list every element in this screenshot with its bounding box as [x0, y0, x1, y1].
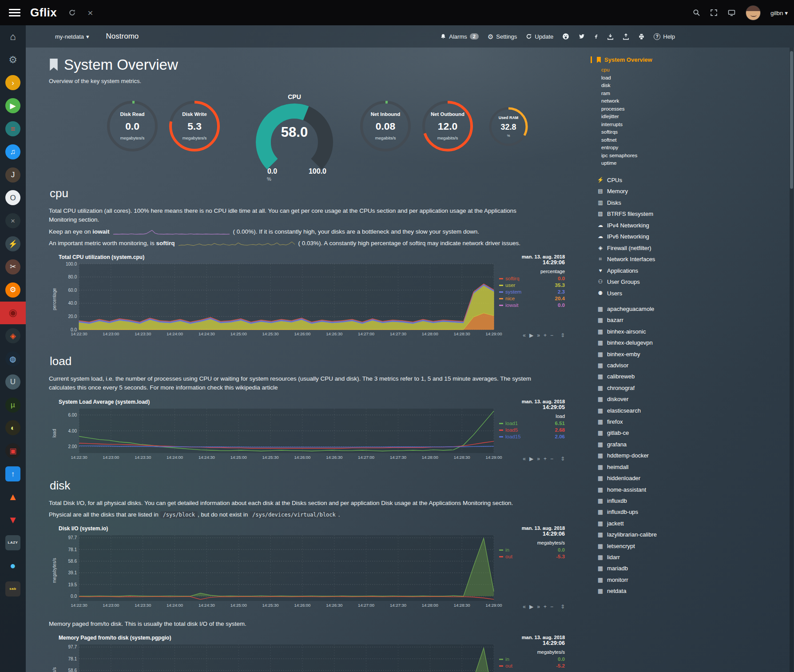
update-button[interactable]: Update [526, 33, 553, 40]
pan-left-icon[interactable]: « [523, 332, 526, 338]
menu-app-apacheguacamole[interactable]: ▦apacheguacamole [596, 303, 706, 314]
server-dropdown[interactable]: my-netdata▾ [55, 33, 89, 40]
menu-app-mariadb[interactable]: ▦mariadb [596, 563, 706, 574]
sidebar-app-unmanic[interactable]: U [0, 370, 26, 394]
menu-item-cpu[interactable]: cpu [601, 66, 706, 74]
legend-item-user[interactable]: user35.3 [499, 282, 565, 289]
sidebar-app-plex[interactable]: › [0, 72, 26, 95]
chart-resize-handle[interactable]: ⇕ [560, 332, 565, 338]
chart-resize-handle[interactable]: ⇕ [560, 604, 565, 610]
play-icon[interactable]: ▶ [529, 456, 533, 462]
menu-item-interrupts[interactable]: interrupts [601, 121, 706, 129]
sidebar-app-chronograf[interactable]: ⚙ [0, 278, 26, 302]
sidebar-app-utorrent[interactable]: µ [0, 394, 26, 417]
sidebar-app-calibre-web[interactable]: ≡ [0, 117, 26, 140]
chart-resize-handle[interactable]: ⇕ [560, 456, 565, 462]
zoom-out-icon[interactable]: − [550, 604, 553, 610]
menu-section-disks[interactable]: ▥Disks [596, 197, 706, 209]
scrollbar-thumb[interactable] [790, 51, 793, 189]
disk-read-gauge[interactable]: Disk Read0.0megabytes/s [106, 99, 159, 155]
chart-plot-area[interactable]: Memory Paged from/to disk (system.pgpgio… [59, 635, 497, 672]
menu-app-letsencrypt[interactable]: ▦letsencrypt [596, 541, 706, 552]
menu-item-load[interactable]: load [601, 74, 706, 82]
user-avatar[interactable] [746, 5, 761, 20]
pan-right-icon[interactable]: » [537, 332, 540, 338]
sidebar-app-ombi[interactable]: O [0, 187, 26, 210]
menu-app-heimdall[interactable]: ▦heimdall [596, 461, 706, 473]
zoom-out-icon[interactable]: − [550, 332, 553, 338]
sidebar-app-deluge[interactable]: ◍ [0, 347, 26, 370]
sidebar-app-sabnzbd[interactable]: sab [0, 577, 26, 600]
cpu-utilization-chart[interactable]: percentageTotal CPU utilization (system.… [49, 254, 566, 339]
menu-app-influxdb[interactable]: ▦influxdb [596, 495, 706, 506]
menu-app-firefox[interactable]: ▦firefox [596, 416, 706, 427]
github-button[interactable] [562, 33, 569, 40]
sidebar-app-monitorr[interactable]: ▣ [0, 439, 26, 462]
sidebar-app-emby[interactable]: ▶ [0, 94, 26, 117]
memory-paged-chart[interactable]: megabytes/sMemory Paged from/to disk (sy… [49, 635, 566, 672]
menu-app-binhex-delugevpn[interactable]: ▦binhex-delugevpn [596, 337, 706, 348]
legend-item-nice[interactable]: nice20.4 [499, 295, 565, 302]
menu-app-influxdb-ups[interactable]: ▦influxdb-ups [596, 506, 706, 517]
cpu-gauge[interactable]: CPU58.00.0100.0% [248, 93, 341, 184]
sidebar-app-grafana[interactable]: ◈ [0, 324, 26, 347]
pan-left-icon[interactable]: « [523, 456, 526, 462]
sidebar-app-tautulli[interactable]: ◐ [0, 417, 26, 440]
user-menu[interactable]: gilbn ▾ [770, 9, 788, 16]
legend-item-in[interactable]: in0.0 [499, 656, 565, 663]
menu-item-softirqs[interactable]: softirqs [601, 128, 706, 136]
search-icon[interactable] [693, 9, 700, 16]
menu-app-binhex-emby[interactable]: ▦binhex-emby [596, 349, 706, 360]
close-icon[interactable]: × [87, 8, 93, 17]
legend-item-iowait[interactable]: iowait0.0 [499, 302, 565, 309]
menu-app-netdata[interactable]: ▦netdata [596, 585, 706, 596]
legend-item-softirq[interactable]: softirq0.0 [499, 275, 565, 282]
chart-plot-area[interactable]: Total CPU utilization (system.cpu)100.08… [59, 254, 497, 339]
sidebar-app-guacamole[interactable]: × [0, 209, 26, 232]
menu-app-hddtemp-docker[interactable]: ▦hddtemp-docker [596, 450, 706, 461]
menu-item-entropy[interactable]: entropy [601, 144, 706, 152]
menu-section-btrfs-filesystem[interactable]: ▨BTRFS filesystem [596, 208, 706, 220]
legend-item-in[interactable]: in0.0 [499, 547, 565, 553]
menu-section-memory[interactable]: ▤Memory [596, 186, 706, 197]
menu-app-bazarr[interactable]: ▦bazarr [596, 314, 706, 326]
pan-right-icon[interactable]: » [537, 456, 540, 462]
help-button[interactable]: ? Help [654, 33, 675, 40]
iowait-sparkline[interactable] [113, 229, 230, 235]
sidebar-app-gitlab[interactable]: ▲ [0, 485, 26, 509]
twitter-button[interactable] [578, 33, 585, 40]
play-icon[interactable]: ▶ [529, 604, 533, 610]
menu-section-ipv6-networking[interactable]: ☁IPv6 Networking [596, 231, 706, 243]
menu-item-softnet[interactable]: softnet [601, 136, 706, 144]
softirq-sparkline[interactable] [179, 240, 295, 247]
zoom-in-icon[interactable]: + [544, 604, 547, 610]
pan-right-icon[interactable]: » [537, 604, 540, 610]
menu-section-firewall-netfilter-[interactable]: ◈Firewall (netfilter) [596, 243, 706, 254]
legend-item-load5[interactable]: load52.68 [499, 427, 565, 433]
menu-section-ipv4-networking[interactable]: ☁IPv4 Networking [596, 220, 706, 231]
sidebar-app-cadvisor[interactable]: ⚡ [0, 232, 26, 255]
sidebar-app-netdata[interactable]: ◉ [0, 302, 26, 325]
menu-app-jackett[interactable]: ▦jackett [596, 518, 706, 529]
menu-app-hiddenloader[interactable]: ▦hiddenloader [596, 473, 706, 484]
sidebar-app-settings[interactable]: ⚙ [0, 48, 26, 72]
menu-app-calibreweb[interactable]: ▦calibreweb [596, 371, 706, 382]
legend-item-out[interactable]: out-5.2 [499, 663, 565, 669]
menu-item-disk[interactable]: disk [601, 82, 706, 90]
sidebar-app-airsonic[interactable]: ♫ [0, 140, 26, 163]
menu-section-applications[interactable]: ♥Applications [596, 265, 706, 277]
menu-section-network-interfaces[interactable]: ⌗Network Interfaces [596, 254, 706, 265]
menu-section-cpus[interactable]: ⚡CPUs [596, 175, 706, 186]
chart-plot-area[interactable]: Disk I/O (system.io)97.778.158.639.119.5… [59, 525, 497, 611]
menu-section-users[interactable]: ⚉Users [596, 288, 706, 299]
sidebar-app-lazylibrarian[interactable]: LAZY [0, 532, 26, 555]
menu-item-processes[interactable]: processes [601, 105, 706, 113]
used-ram-gauge[interactable]: Used RAM32.8% [488, 106, 529, 149]
menu-section-user-groups[interactable]: ⚇User Groups [596, 276, 706, 288]
menu-app-lazylibrarian-calibre[interactable]: ▦lazylibrarian-calibre [596, 529, 706, 540]
scrollbar[interactable] [790, 48, 794, 672]
facebook-button[interactable] [594, 33, 598, 40]
sidebar-app-diskover[interactable]: ↑ [0, 462, 26, 485]
refresh-icon[interactable] [68, 9, 76, 16]
menu-app-diskover[interactable]: ▦diskover [596, 394, 706, 405]
